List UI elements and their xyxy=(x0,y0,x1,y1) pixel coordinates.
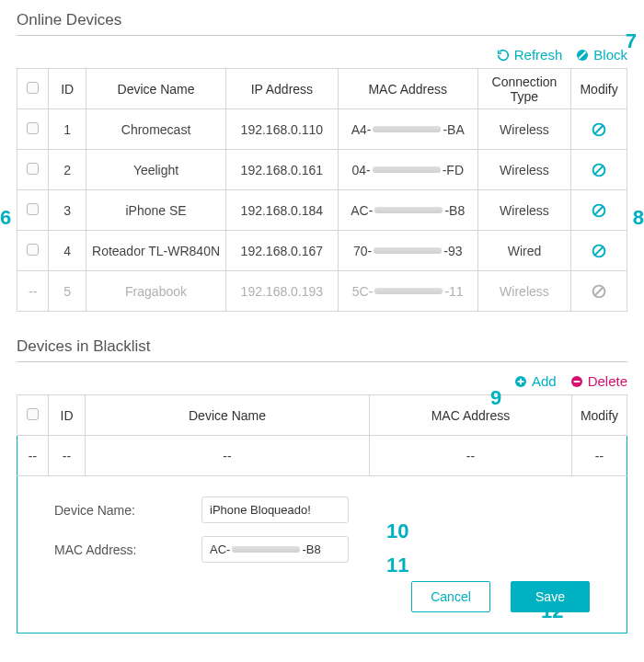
col-mac: MAC Address xyxy=(370,395,572,436)
mac-prefix: AC- xyxy=(210,542,230,556)
cancel-button[interactable]: Cancel xyxy=(411,581,490,612)
device-name-input[interactable]: iPhone Bloqueado! xyxy=(201,496,349,523)
cell-ip: 192.168.0.193 xyxy=(226,271,339,312)
mac-prefix: AC- xyxy=(351,203,373,218)
annotation-6: 6 xyxy=(0,206,11,230)
cell-conn: Wireless xyxy=(477,109,570,150)
device-name-label: Device Name: xyxy=(54,503,201,518)
online-devices-title: Online Devices xyxy=(17,11,627,36)
mac-address-label: MAC Address: xyxy=(54,542,201,557)
mac-masked xyxy=(373,126,441,132)
col-ip: IP Address xyxy=(226,69,339,109)
col-name: Device Name xyxy=(86,395,370,436)
mac-masked xyxy=(373,166,441,173)
table-row: 3iPhone SE192.168.0.184AC--B8Wireless xyxy=(17,190,627,231)
annotation-8: 8 xyxy=(633,206,644,230)
row-checkbox[interactable] xyxy=(27,122,39,134)
mac-suffix: -B8 xyxy=(302,542,320,556)
cell-id: 3 xyxy=(49,190,86,231)
table-row: 1Chromecast192.168.0.110A4--BAWireless xyxy=(17,109,627,150)
mac-suffix: -BA xyxy=(443,122,464,137)
mac-prefix: 04- xyxy=(351,163,370,177)
cell-conn: Wireless xyxy=(477,150,570,190)
cell-mac: 5C--11 xyxy=(338,271,477,312)
block-icon xyxy=(575,48,590,63)
row-checkbox[interactable] xyxy=(27,203,39,215)
col-conn: Connection Type xyxy=(477,69,570,109)
mac-address-input[interactable]: AC- -B8 xyxy=(201,536,349,563)
row-block-icon[interactable] xyxy=(591,243,607,259)
cell-name: Chromecast xyxy=(86,109,226,150)
col-mod: Modify xyxy=(571,69,627,109)
cell-mac: A4--BA xyxy=(338,109,477,150)
mac-masked xyxy=(232,546,300,553)
cell-name: Roteador TL-WR840N xyxy=(86,231,226,271)
cell-ip: 192.168.0.110 xyxy=(226,109,339,150)
mac-prefix: A4- xyxy=(351,122,372,137)
blacklist-form: Device Name: iPhone Bloqueado! MAC Addre… xyxy=(17,476,627,633)
block-label: Block xyxy=(593,47,627,63)
cell-name: Fragabook xyxy=(86,271,226,312)
svg-line-7 xyxy=(595,206,604,214)
mac-suffix: -11 xyxy=(444,284,463,299)
minus-icon xyxy=(569,374,584,389)
empty-cell: -- xyxy=(86,436,370,476)
mac-masked xyxy=(374,207,443,213)
table-header-row: ID Device Name IP Address MAC Address Co… xyxy=(17,69,627,109)
add-label: Add xyxy=(532,373,557,389)
table-row: 4Roteador TL-WR840N192.168.0.16770--93Wi… xyxy=(17,231,627,271)
cell-name: iPhone SE xyxy=(86,190,226,231)
row-block-icon[interactable] xyxy=(591,202,607,219)
cell-ip: 192.168.0.161 xyxy=(226,150,339,190)
cell-name: Yeelight xyxy=(86,150,226,190)
refresh-button[interactable]: Refresh xyxy=(496,47,563,63)
blacklist-table: ID Device Name MAC Address Modify -- -- … xyxy=(17,394,627,476)
mac-masked xyxy=(374,247,442,254)
table-row-empty: -- -- -- -- -- xyxy=(17,436,627,476)
svg-line-11 xyxy=(595,287,604,295)
mac-suffix: -93 xyxy=(443,244,462,258)
cell-mac: 04--FD xyxy=(338,150,477,190)
delete-button[interactable]: Delete xyxy=(569,373,627,389)
mac-prefix: 70- xyxy=(353,244,372,258)
col-id: ID xyxy=(49,69,86,109)
cell-id: 1 xyxy=(49,109,86,150)
empty-cell: -- xyxy=(370,436,572,476)
add-button[interactable]: Add xyxy=(513,373,557,389)
row-checkbox[interactable] xyxy=(27,163,39,175)
mac-suffix: -FD xyxy=(443,163,464,177)
save-button[interactable]: Save xyxy=(511,581,590,612)
svg-line-9 xyxy=(595,246,604,255)
cell-conn: Wireless xyxy=(477,190,570,231)
cell-id: 5 xyxy=(49,271,86,312)
row-block-icon[interactable] xyxy=(591,162,607,178)
device-name-value: iPhone Bloqueado! xyxy=(210,503,311,517)
block-button[interactable]: Block xyxy=(575,47,627,63)
cell-ip: 192.168.0.167 xyxy=(226,231,339,271)
refresh-icon xyxy=(496,48,511,63)
row-block-icon[interactable] xyxy=(591,121,607,138)
mac-suffix: -B8 xyxy=(444,203,465,218)
cell-mac: 70--93 xyxy=(338,231,477,271)
empty-cell: -- xyxy=(49,436,86,476)
table-header-row: ID Device Name MAC Address Modify xyxy=(17,395,627,436)
delete-label: Delete xyxy=(588,373,627,389)
blacklist-title: Devices in Blacklist xyxy=(17,337,627,362)
cell-ip: 192.168.0.184 xyxy=(226,190,339,231)
refresh-label: Refresh xyxy=(514,47,563,63)
row-block-icon xyxy=(591,283,607,300)
cell-conn: Wired xyxy=(477,231,570,271)
select-all-checkbox[interactable] xyxy=(27,82,39,94)
table-row: 2Yeelight192.168.0.16104--FDWireless xyxy=(17,150,627,190)
col-mod: Modify xyxy=(572,395,627,436)
mac-masked xyxy=(374,288,443,294)
select-all-checkbox[interactable] xyxy=(27,408,39,420)
cell-id: 4 xyxy=(49,231,86,271)
empty-cell: -- xyxy=(17,436,49,476)
col-name: Device Name xyxy=(86,69,226,109)
mac-prefix: 5C- xyxy=(352,284,374,299)
cell-id: 2 xyxy=(49,150,86,190)
row-checkbox[interactable] xyxy=(27,244,39,256)
col-id: ID xyxy=(49,395,86,436)
empty-cell: -- xyxy=(572,436,627,476)
